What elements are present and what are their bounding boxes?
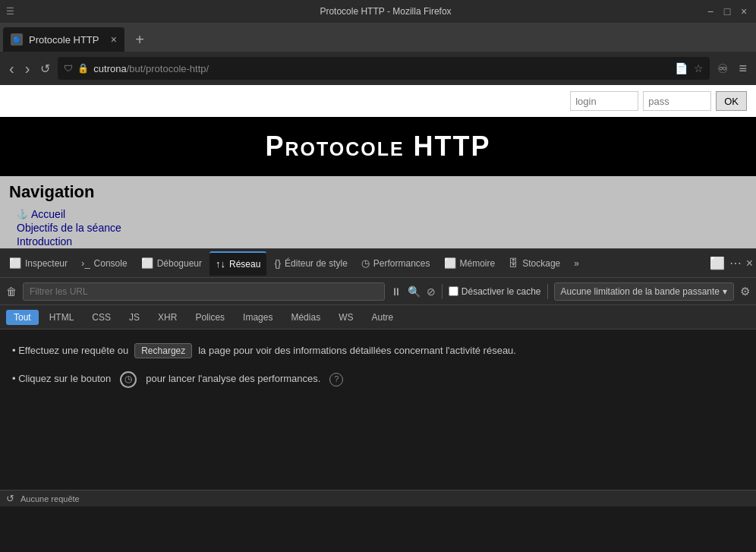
- password-input[interactable]: [643, 91, 711, 111]
- perf-start-icon: ◷: [120, 371, 137, 388]
- type-tab-autre[interactable]: Autre: [364, 310, 401, 325]
- addressbar: ‹ › ↺ 🛡 🔒 cutrona/but/protocole-http/ 📄 …: [0, 52, 756, 85]
- bandwidth-label: Aucune limitation de la bande passante: [561, 286, 720, 297]
- tab-label: Protocole HTTP: [29, 34, 105, 46]
- devtools-tab-console[interactable]: ›_ Console: [75, 251, 134, 276]
- new-tab-button[interactable]: +: [128, 27, 152, 52]
- menu-button[interactable]: ≡: [736, 58, 750, 80]
- network-message-1: • Effectuez une requête ou Rechargez la …: [12, 342, 744, 359]
- options-icon[interactable]: ⋯: [729, 256, 742, 270]
- pocket-icon[interactable]: ♾: [714, 58, 731, 79]
- reader-icon[interactable]: 📄: [675, 62, 688, 74]
- address-bar[interactable]: 🛡 🔒 cutrona/but/protocole-http/ 📄 ☆: [58, 57, 710, 80]
- tabbar: 🔵 Protocole HTTP × +: [0, 23, 756, 52]
- type-tab-polices[interactable]: Polices: [187, 310, 232, 325]
- bandwidth-dropdown[interactable]: Aucune limitation de la bande passante ▾: [554, 282, 734, 301]
- type-tab-label: Tout: [14, 312, 31, 323]
- url-path: /but/protocole-http/: [127, 63, 209, 74]
- devtools-panel: ⬜ Inspecteur ›_ Console ⬜ Débogueur ↑↓ R…: [0, 248, 756, 506]
- tab-favicon: 🔵: [11, 33, 23, 46]
- ok-button[interactable]: OK: [716, 91, 747, 111]
- bullet2-suffix: pour lancer l'analyse des performances.: [146, 370, 320, 387]
- titlebar: ☰ Protocole HTTP - Mozilla Firefox − □ ×: [0, 0, 756, 23]
- nav-link-label: Introduction: [17, 235, 72, 248]
- network-settings-icon[interactable]: ⚙: [740, 285, 750, 298]
- type-tab-label: Autre: [371, 312, 393, 323]
- type-tab-tout[interactable]: Tout: [6, 310, 39, 325]
- nav-link-label: Accueil: [31, 208, 65, 220]
- nav-links: ⚓ Accueil Objectifs de la séance Introdu…: [9, 208, 747, 248]
- tab-label-stockage: Stockage: [522, 258, 560, 269]
- devtools-tab-debogueur[interactable]: ⬜ Débogueur: [135, 251, 208, 276]
- nav-link-label: Objectifs de la séance: [17, 222, 121, 234]
- forward-button[interactable]: ›: [22, 57, 33, 80]
- bookmark-icon[interactable]: ☆: [694, 62, 704, 74]
- network-filterbar: 🗑 ⏸ 🔍 ⊘ Désactiver le cache Aucune limit…: [0, 278, 756, 305]
- anchor-icon: ⚓: [17, 209, 28, 219]
- tab-label-console: Console: [94, 258, 128, 269]
- tab-label-inspecteur: Inspecteur: [25, 258, 68, 269]
- devtools-tab-inspecteur[interactable]: ⬜ Inspecteur: [3, 251, 74, 276]
- disable-cache-label[interactable]: Désactiver le cache: [449, 286, 541, 297]
- tab-label-editeur: Éditeur de style: [285, 258, 348, 269]
- perf-icon: ◷: [361, 257, 370, 269]
- type-tab-label: Images: [243, 312, 272, 323]
- devtools-tab-editeur[interactable]: {} Éditeur de style: [268, 251, 353, 276]
- close-button[interactable]: ×: [738, 5, 750, 17]
- pause-icon[interactable]: ⏸: [391, 285, 402, 298]
- restore-button[interactable]: □: [721, 5, 733, 17]
- devtools-statusbar: ↺ Aucune requête: [0, 490, 756, 506]
- style-icon: {}: [274, 257, 281, 269]
- devtools-toolbar: ⬜ Inspecteur ›_ Console ⬜ Débogueur ↑↓ R…: [0, 249, 756, 278]
- minimize-button[interactable]: −: [704, 5, 717, 17]
- type-tab-images[interactable]: Images: [235, 310, 280, 325]
- bullet2-prefix: • Cliquez sur le bouton: [12, 370, 111, 387]
- browser-content: OK Protocole HTTP Navigation ⚓ Accueil O…: [0, 85, 756, 248]
- lock-icon: 🔒: [77, 63, 89, 74]
- devtools-tab-reseau[interactable]: ↑↓ Réseau: [209, 251, 266, 276]
- titlebar-controls: − □ ×: [704, 5, 750, 17]
- type-tab-css[interactable]: CSS: [84, 310, 118, 325]
- titlebar-left: ☰: [6, 6, 67, 17]
- tab-close-button[interactable]: ×: [111, 33, 117, 46]
- nav-link-objectifs[interactable]: Objectifs de la séance: [17, 222, 747, 234]
- devtools-tab-performances[interactable]: ◷ Performances: [355, 251, 436, 276]
- block-icon[interactable]: ⊘: [427, 285, 436, 298]
- address-actions: 📄 ☆: [675, 62, 704, 74]
- login-input[interactable]: [570, 91, 638, 111]
- devtools-tab-stockage[interactable]: 🗄 Stockage: [502, 251, 566, 276]
- nav-link-accueil[interactable]: ⚓ Accueil: [17, 208, 747, 220]
- help-icon[interactable]: ?: [329, 373, 343, 386]
- back-button[interactable]: ‹: [6, 57, 17, 80]
- firefox-menu-icon[interactable]: ☰: [6, 6, 14, 17]
- search-filter-icon[interactable]: 🔍: [408, 285, 421, 298]
- memory-icon: ⬜: [444, 257, 456, 269]
- bullet1-prefix: • Effectuez une requête ou: [12, 342, 128, 359]
- clear-log-icon[interactable]: 🗑: [6, 285, 17, 298]
- type-tab-ws[interactable]: WS: [331, 310, 361, 325]
- disable-cache-checkbox[interactable]: [449, 286, 458, 296]
- browser-tab-active[interactable]: 🔵 Protocole HTTP ×: [3, 27, 124, 52]
- type-tab-medias[interactable]: Médias: [283, 310, 328, 325]
- network-empty-state: • Effectuez une requête ou Rechargez la …: [0, 330, 756, 490]
- type-tab-html[interactable]: HTML: [42, 310, 82, 325]
- type-tab-js[interactable]: JS: [121, 310, 147, 325]
- devtools-tab-more[interactable]: »: [568, 251, 585, 276]
- reload-button-inline[interactable]: Rechargez: [134, 343, 192, 358]
- close-devtools-button[interactable]: ×: [746, 257, 753, 270]
- filter-icons: ⏸ 🔍 ⊘: [391, 285, 436, 298]
- nav-link-introduction[interactable]: Introduction: [17, 235, 747, 248]
- type-tabs: Tout HTML CSS JS XHR Polices Images Médi…: [0, 305, 756, 330]
- type-tab-xhr[interactable]: XHR: [150, 310, 184, 325]
- separator2: [547, 284, 548, 299]
- storage-icon: 🗄: [509, 257, 518, 269]
- devtools-tab-memoire[interactable]: ⬜ Mémoire: [438, 251, 502, 276]
- url-filter-input[interactable]: [23, 282, 385, 301]
- type-tab-label: Médias: [291, 312, 320, 323]
- dock-icon[interactable]: ⬜: [710, 256, 725, 270]
- nav-title: Navigation: [9, 182, 747, 202]
- login-area: OK: [0, 85, 756, 117]
- chevron-down-icon: ▾: [723, 286, 727, 297]
- reload-button[interactable]: ↺: [37, 58, 53, 79]
- tab-label-memoire: Mémoire: [460, 258, 496, 269]
